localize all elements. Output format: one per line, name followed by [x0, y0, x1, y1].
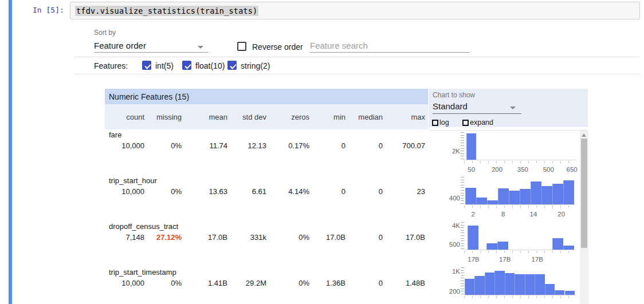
hist-plot	[464, 222, 576, 250]
stat-value: 11.74	[182, 141, 227, 150]
stat-value: 0	[345, 279, 383, 287]
chart-type-dropdown[interactable]: Standard	[433, 101, 468, 111]
reverse-order-label: Reverse order	[252, 42, 303, 52]
feature-type-float-checkbox[interactable]	[182, 61, 191, 70]
feature-name: trip_start_hour	[109, 176, 157, 185]
y-axis-tick-label: 1K	[452, 268, 460, 275]
histogram-scrollbar[interactable]	[580, 131, 588, 304]
hist-bar	[468, 226, 478, 250]
stat-value: 17.0B	[309, 233, 345, 242]
code-text[interactable]: tfdv.visualize_statistics(train_stats)	[75, 6, 258, 16]
histogram-trip-start-hour: 400 281420	[427, 176, 588, 222]
chart-to-show-panel: Chart to show Standard log expand	[429, 89, 588, 127]
histogram-trip-start-timestamp: 1K200	[427, 267, 588, 304]
stat-value: 1.48B	[383, 279, 425, 287]
hist-bar	[555, 290, 564, 295]
x-axis-tick-label: 14	[529, 211, 537, 218]
column-header: mean	[182, 113, 227, 121]
stat-value: 23	[383, 187, 425, 196]
stat-value: 0	[345, 233, 383, 242]
x-axis-tick-label: 17B	[531, 256, 543, 263]
stat-value: 10,000	[105, 279, 144, 287]
hist-bar	[520, 189, 531, 204]
divider	[74, 57, 640, 57]
feature-type-int-checkbox[interactable]	[142, 61, 151, 70]
feature-name: dropoff_census_tract	[109, 222, 178, 231]
stat-value: 10,000	[105, 187, 144, 196]
hist-bar	[498, 188, 509, 204]
code-cell-input[interactable]: tfdv.visualize_statistics(train_stats)	[70, 2, 640, 19]
stat-value: 17.0B	[383, 233, 425, 242]
search-input[interactable]: Feature search	[310, 41, 368, 50]
hist-bar	[531, 181, 541, 204]
column-header: median	[345, 113, 383, 121]
sort-by-label: Sort by	[94, 29, 116, 37]
hist-x-axis-ticks	[464, 206, 576, 208]
column-header: missing	[144, 113, 182, 121]
stat-value: 29.2M	[227, 279, 266, 287]
y-axis-tick-label: 400	[449, 195, 460, 202]
y-axis-tick-label: 500	[449, 241, 460, 248]
expand-checkbox[interactable]	[462, 120, 469, 126]
column-header: min	[309, 113, 345, 121]
feature-type-string-label: string(2)	[241, 61, 270, 70]
hist-bar	[545, 284, 555, 295]
stat-value: 17.0B	[182, 233, 227, 242]
log-label: log	[439, 119, 449, 127]
feature-row: dropoff_census_tract7,14827.12%17.0B331k…	[105, 221, 428, 267]
hist-bar	[509, 191, 520, 205]
stat-value: 700.07	[383, 141, 425, 150]
hist-bar	[535, 274, 544, 295]
hist-bar	[563, 180, 574, 204]
stat-value: 13.63	[182, 187, 227, 196]
stat-values: 7,14827.12%17.0B331k0%17.0B017.0B	[105, 233, 425, 242]
x-axis-tick-label: 8	[501, 211, 505, 218]
hist-bar	[552, 184, 563, 204]
sort-by-dropdown[interactable]: Feature order	[94, 41, 146, 50]
hist-bar	[552, 238, 563, 250]
feature-type-string-checkbox[interactable]	[227, 61, 237, 70]
stat-value: 12.13	[227, 141, 266, 150]
selected-cell-indicator-bar	[9, 0, 12, 304]
hist-bar	[474, 276, 484, 295]
chevron-down-icon[interactable]	[198, 46, 203, 49]
feature-row: fare10,0000%11.7412.130.17%00700.07	[105, 129, 428, 175]
hist-plot	[464, 267, 576, 295]
x-axis-tick-label: 17B	[468, 256, 479, 263]
stat-value: 0	[309, 141, 345, 150]
stat-value: 0%	[266, 233, 309, 242]
x-axis-tick-label: 350	[517, 166, 528, 173]
stat-value: 1.36B	[309, 279, 345, 287]
hist-bar	[494, 271, 504, 295]
jupyter-notebook-screen: In [5]: tfdv.visualize_statistics(train_…	[0, 0, 644, 304]
y-axis-tick-label: 4K	[452, 222, 460, 229]
feature-type-int-label: int(5)	[155, 61, 174, 70]
hist-bar	[565, 291, 575, 295]
column-header: zeros	[266, 113, 309, 121]
hist-bar	[465, 279, 474, 295]
chevron-down-icon[interactable]	[510, 106, 516, 109]
column-header: count	[105, 113, 144, 121]
hist-bar	[487, 200, 498, 204]
hist-bar	[485, 273, 494, 295]
y-axis-tick-label: 200	[449, 288, 460, 295]
hist-y-axis-labels: 1K200	[427, 267, 460, 295]
stat-values: 10,0000%1.41B29.2M0%1.36B01.48B	[105, 279, 425, 287]
scrollbar-thumb[interactable]	[581, 139, 587, 248]
y-axis-tick-label: 2K	[452, 148, 460, 155]
hist-x-axis-ticks	[464, 161, 576, 163]
log-checkbox[interactable]	[432, 120, 438, 126]
x-axis-tick-label: 2	[471, 211, 474, 218]
reverse-order-checkbox[interactable]	[237, 42, 246, 51]
stat-value: 0	[309, 187, 345, 196]
x-axis-tick-label: 650	[567, 166, 578, 173]
scroll-up-arrow-icon[interactable]	[582, 133, 586, 137]
hist-bar	[476, 198, 487, 204]
stat-value: 331k	[227, 233, 266, 242]
stat-values: 10,0000%11.7412.130.17%00700.07	[105, 141, 425, 150]
sort-by-underline	[94, 52, 209, 53]
hist-bar	[515, 274, 524, 295]
feature-row: trip_start_timestamp10,0000%1.41B29.2M0%…	[105, 267, 428, 304]
feature-name: fare	[109, 131, 121, 139]
hist-x-axis-ticks	[464, 296, 576, 298]
